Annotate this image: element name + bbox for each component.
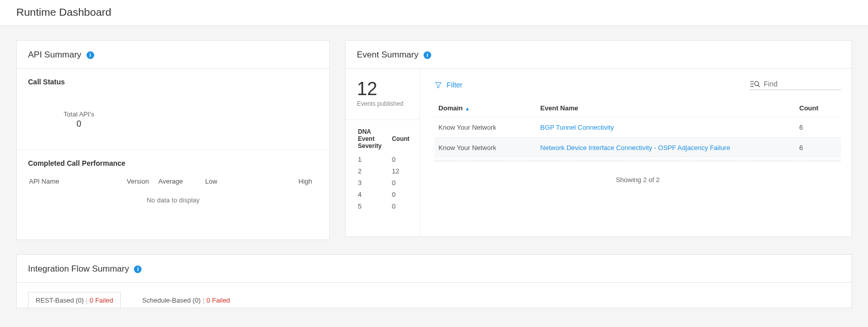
filter-button[interactable]: Filter: [434, 81, 462, 89]
severity-row: 50: [358, 201, 418, 212]
severity-table: DNA Event Severity Count 10 212 30 40 50: [357, 127, 419, 213]
events-published-label: Events published: [357, 100, 419, 108]
events-table: Domain▲ Event Name Count Know Your Netwo…: [434, 99, 841, 158]
severity-row: 10: [358, 154, 418, 165]
page-title: Runtime Dashboard: [16, 6, 852, 18]
right-column: Event Summary i 12 Events published DNA …: [345, 40, 852, 240]
total-apis-value: 0: [28, 119, 130, 129]
sev-level: 5: [358, 201, 391, 212]
col-api-name[interactable]: API Name: [29, 177, 126, 189]
cell-count: 6: [795, 117, 841, 138]
api-summary-header: API Summary i: [17, 41, 329, 69]
cell-domain: Know Your Network: [434, 117, 536, 138]
info-icon[interactable]: i: [134, 265, 142, 273]
sev-level: 4: [358, 189, 391, 200]
sev-count: 0: [392, 177, 419, 188]
col-count[interactable]: Count: [795, 99, 841, 117]
no-data-message: No data to display: [28, 190, 318, 224]
sev-count: 0: [392, 154, 419, 165]
tab-failed-count: 0 Failed: [90, 296, 113, 304]
divider: [346, 120, 419, 120]
tab-label: Schedule-Based (0): [142, 296, 201, 304]
dashboard-content: API Summary i Call Status Total API's 0 …: [0, 26, 868, 240]
api-summary-body: Call Status Total API's 0 Completed Call…: [17, 69, 329, 240]
tab-schedule-based[interactable]: Schedule-Based (0)|0 Failed: [135, 292, 237, 307]
tab-label: REST-Based (0): [36, 296, 84, 304]
tab-rest-based[interactable]: REST-Based (0)|0 Failed: [28, 292, 121, 308]
event-right-panel: Filter: [419, 69, 851, 236]
list-search-icon: [749, 80, 761, 88]
filter-find-row: Filter: [434, 80, 841, 90]
find-wrap: [749, 80, 841, 90]
sev-level: 2: [358, 166, 391, 176]
api-summary-card: API Summary i Call Status Total API's 0 …: [16, 40, 330, 240]
info-icon[interactable]: i: [87, 51, 94, 59]
sev-level: 1: [358, 154, 391, 165]
col-severity: DNA Event Severity: [358, 128, 391, 153]
severity-row: 40: [358, 189, 418, 200]
event-summary-body: 12 Events published DNA Event Severity C…: [346, 69, 851, 236]
event-summary-card: Event Summary i 12 Events published DNA …: [345, 40, 852, 237]
event-left-panel: 12 Events published DNA Event Severity C…: [346, 69, 419, 236]
integration-tabs: REST-Based (0)|0 Failed Schedule-Based (…: [17, 283, 851, 308]
cell-count: 6: [795, 138, 841, 158]
integration-flow-title: Integration Flow Summary: [28, 264, 129, 274]
events-count: 12: [357, 80, 419, 98]
event-summary-header: Event Summary i: [346, 41, 851, 69]
col-high[interactable]: High: [267, 177, 317, 189]
svg-point-3: [754, 81, 759, 85]
divider: [17, 150, 329, 150]
cell-domain: Know Your Network: [434, 138, 536, 158]
api-summary-title: API Summary: [28, 50, 81, 60]
info-icon[interactable]: i: [424, 51, 431, 59]
col-low[interactable]: Low: [205, 177, 266, 189]
table-row: Know Your Network BGP Tunnel Connectivit…: [434, 117, 841, 138]
col-average[interactable]: Average: [158, 177, 204, 189]
col-count: Count: [392, 128, 419, 153]
showing-text: Showing 2 of 2: [434, 163, 841, 187]
total-apis-label: Total API's: [28, 110, 130, 118]
event-name-link[interactable]: Network Device Interface Connectivity - …: [540, 144, 730, 152]
sev-count: 0: [392, 189, 419, 200]
filter-icon: [434, 81, 442, 89]
severity-row: 212: [358, 166, 418, 176]
integration-flow-header: Integration Flow Summary i: [17, 255, 851, 283]
sort-asc-icon: ▲: [465, 106, 470, 111]
event-summary-title: Event Summary: [357, 50, 418, 60]
find-input[interactable]: [764, 80, 835, 88]
col-domain[interactable]: Domain▲: [434, 99, 536, 117]
filter-label: Filter: [446, 81, 462, 89]
col-event-name[interactable]: Event Name: [536, 99, 795, 117]
svg-line-4: [758, 85, 760, 87]
col-version[interactable]: Version: [127, 177, 157, 189]
sev-count: 0: [392, 201, 419, 212]
page-header: Runtime Dashboard: [0, 0, 868, 26]
call-status-heading: Call Status: [28, 78, 318, 86]
total-apis-block: Total API's 0: [28, 110, 130, 129]
left-column: API Summary i Call Status Total API's 0 …: [16, 40, 330, 240]
completed-call-performance-table: API Name Version Average Low High: [28, 176, 318, 190]
sev-count: 12: [392, 166, 419, 176]
table-row: Know Your Network Network Device Interfa…: [434, 138, 841, 158]
tab-failed-count: 0 Failed: [207, 296, 230, 304]
sev-level: 3: [358, 177, 391, 188]
integration-flow-card: Integration Flow Summary i REST-Based (0…: [16, 254, 852, 308]
severity-row: 30: [358, 177, 418, 188]
completed-call-performance-heading: Completed Call Performance: [28, 159, 318, 167]
event-name-link[interactable]: BGP Tunnel Connectivity: [540, 124, 613, 131]
